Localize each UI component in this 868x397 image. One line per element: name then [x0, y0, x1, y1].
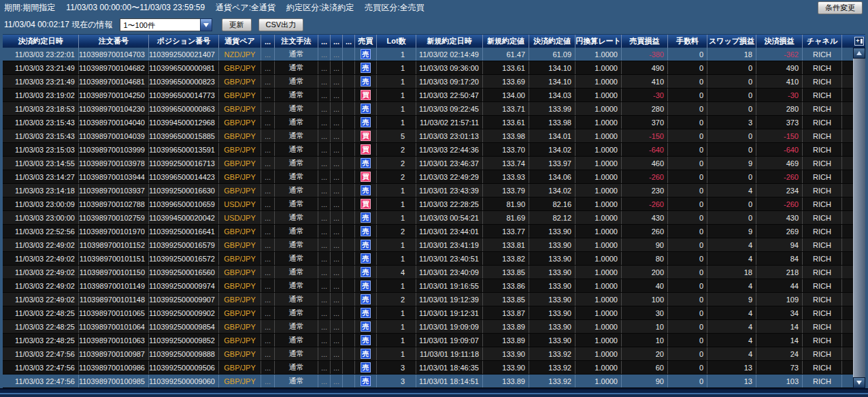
cell-swap: 0	[707, 89, 756, 101]
cell-d3: ...	[331, 75, 343, 88]
column-header-order[interactable]: 注文番号	[79, 35, 149, 48]
cell-d1: ...	[261, 320, 275, 333]
cell-pl: 200	[622, 266, 668, 279]
cell-pair: NZD/JPY	[219, 48, 261, 61]
cell-rate: 1.0000	[575, 184, 622, 197]
column-header-pair[interactable]: 通貨ペア	[219, 35, 261, 48]
column-header-swap[interactable]: スワップ損益	[707, 35, 756, 48]
chevron-down-icon[interactable]	[200, 18, 212, 31]
refresh-button[interactable]: 更新	[222, 18, 252, 31]
cell-odt: 11/03/01 23:40:09	[416, 266, 483, 279]
table-row[interactable]: 11/03/03 22:49:0211039897001011521103992…	[3, 238, 853, 252]
column-header-d3[interactable]: ...	[331, 35, 343, 48]
cell-fee: 0	[668, 89, 707, 101]
column-header-odt[interactable]: 新規約定日時	[416, 35, 483, 48]
cell-pair: GBP/JPY	[219, 157, 261, 170]
column-header-method[interactable]: 注文手法	[275, 35, 318, 48]
column-header-total[interactable]: 決済損益	[756, 35, 803, 48]
table-row[interactable]: 11/03/03 23:19:0211039897001042501103996…	[3, 89, 853, 102]
table-row[interactable]: 11/03/03 22:49:0211039897001011491103992…	[3, 279, 853, 293]
change-conditions-button[interactable]: 条件変更	[818, 1, 863, 14]
table-row[interactable]: 11/03/03 23:21:4911039897001046821103996…	[3, 61, 853, 75]
table-row[interactable]: 11/03/03 22:52:5611039897001019701103992…	[3, 225, 853, 238]
table-row[interactable]: 11/03/03 23:00:0011039897001027591103994…	[3, 211, 853, 225]
cell-rate: 1.0000	[575, 211, 622, 224]
cell-pos: 1103992500016641	[149, 225, 219, 238]
table-row[interactable]: 11/03/03 23:18:5311039897001042301103996…	[3, 102, 853, 116]
cell-d4	[343, 129, 355, 142]
table-row[interactable]: 11/03/03 23:14:1811039897001039371103992…	[3, 184, 853, 197]
scroll-down-button[interactable]	[853, 377, 865, 388]
column-header-rate[interactable]: 円換算レート	[575, 35, 622, 48]
cell-pos: 1103992500009854	[149, 320, 219, 333]
table-row[interactable]: 11/03/03 22:48:2511039897001010631103992…	[3, 334, 853, 347]
table-row[interactable]: 11/03/03 22:47:5611039897001009851103992…	[3, 375, 853, 388]
cell-method: 通常	[275, 320, 318, 333]
csv-export-button[interactable]: CSV出力	[258, 18, 304, 31]
cell-d4	[343, 347, 355, 360]
cell-pair: GBP/JPY	[219, 306, 261, 319]
column-settings-icon[interactable]: +	[854, 37, 864, 46]
cell-d1: ...	[261, 129, 275, 142]
cell-lots: 1	[377, 48, 416, 61]
cell-d1: ...	[261, 252, 275, 265]
cell-d3: ...	[331, 375, 343, 387]
column-header-d4[interactable]: ...	[343, 35, 355, 48]
column-header-d1[interactable]: ...	[261, 35, 275, 48]
range-select-value[interactable]: 1〜100件	[120, 18, 200, 31]
table-row[interactable]: 11/03/03 22:49:0211039897001011501103992…	[3, 266, 853, 279]
column-header-pl[interactable]: 売買損益	[622, 35, 668, 48]
cell-rate: 1.0000	[575, 238, 622, 251]
cell-pl: 20	[622, 347, 668, 360]
table-row[interactable]: 11/03/03 23:21:4911039897001046811103996…	[3, 75, 853, 89]
cell-ch: RICH	[803, 48, 842, 61]
cell-close: 133.90	[529, 306, 575, 319]
column-header-ch[interactable]: チャネル	[803, 35, 842, 48]
cell-odt: 11/03/03 22:44:36	[416, 143, 483, 156]
cell-open: 133.74	[483, 157, 529, 170]
vertical-scrollbar[interactable]: +	[853, 35, 865, 388]
table-row[interactable]: 11/03/03 22:49:0211039897001011511103992…	[3, 252, 853, 266]
scroll-up-button[interactable]	[853, 48, 865, 59]
table-row[interactable]: 11/03/03 23:22:0111039897001047031103992…	[3, 48, 853, 61]
cell-total: 34	[756, 306, 803, 319]
column-header-side[interactable]: 売買	[355, 35, 377, 48]
cell-dt: 11/03/03 23:21:49	[3, 61, 79, 74]
cell-d2: ...	[318, 102, 331, 115]
table-row[interactable]: 11/03/03 22:48:2511039897001010651103992…	[3, 306, 853, 320]
column-settings-cell: +	[853, 35, 865, 48]
table-row[interactable]: 11/03/03 22:47:5611039897001009861103992…	[3, 361, 853, 375]
column-header-pos[interactable]: ポジション番号	[149, 35, 219, 48]
table-row[interactable]: 11/03/03 23:00:0911039897001027881103996…	[3, 197, 853, 211]
cell-order: 1103989700101152	[79, 238, 149, 251]
table-row[interactable]: 11/03/03 23:15:4311039897001040401103994…	[3, 116, 853, 129]
cell-pl: -150	[622, 129, 668, 142]
cell-d2: ...	[318, 157, 331, 170]
cell-pair: GBP/JPY	[219, 170, 261, 183]
column-header-open[interactable]: 新規約定値	[483, 35, 529, 48]
table-row[interactable]: 11/03/03 23:14:5511039897001039781103992…	[3, 157, 853, 170]
sell-badge: 売	[361, 362, 371, 372]
cell-d4	[343, 279, 355, 292]
column-header-close[interactable]: 決済約定値	[529, 35, 575, 48]
scrollbar-thumb[interactable]	[853, 59, 865, 377]
horizontal-scrollbar-strip[interactable]	[0, 388, 868, 397]
table-row[interactable]: 11/03/03 23:14:2711039897001039441103996…	[3, 170, 853, 184]
column-header-dt[interactable]: 決済約定日時	[3, 35, 79, 48]
table-row[interactable]: 11/03/03 22:48:2511039897001010641103992…	[3, 320, 853, 334]
table-row[interactable]: 11/03/03 22:47:5611039897001009871103992…	[3, 347, 853, 361]
cell-pos: 1103992500016630	[149, 184, 219, 197]
table-row[interactable]: 11/03/03 23:15:0311039897001039991103996…	[3, 143, 853, 157]
column-header-fee[interactable]: 手数料	[668, 35, 707, 48]
cell-pair: USD/JPY	[219, 197, 261, 210]
cell-method: 通常	[275, 102, 318, 115]
cell-rate: 1.0000	[575, 334, 622, 347]
range-select[interactable]: 1〜100件	[120, 18, 212, 31]
cell-pl: 60	[622, 361, 668, 374]
column-header-d2[interactable]: ...	[318, 35, 331, 48]
table-row[interactable]: 11/03/03 22:49:0211039897001011481103992…	[3, 293, 853, 306]
cell-order: 1103989700104039	[79, 129, 149, 142]
table-row[interactable]: 11/03/03 23:15:4311039897001040391103996…	[3, 129, 853, 143]
cell-pos: 1103992500009506	[149, 361, 219, 374]
column-header-lots[interactable]: Lot数	[377, 35, 416, 48]
